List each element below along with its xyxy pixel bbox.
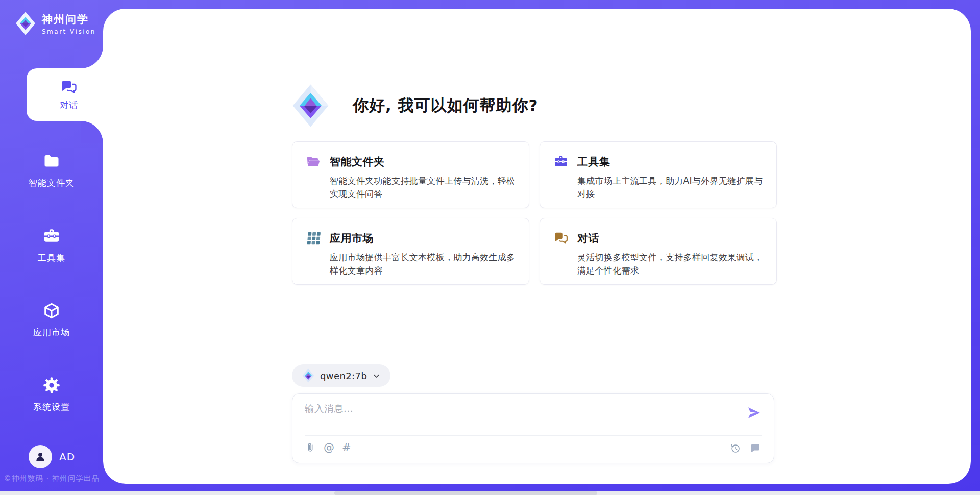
- message-composer: @ #: [292, 393, 774, 463]
- greeting: 你好, 我可以如何帮助你?: [292, 83, 538, 128]
- folder-open-icon: [306, 154, 321, 169]
- paperclip-icon: [305, 442, 316, 453]
- chat-icon: [553, 231, 569, 246]
- mention-button[interactable]: @: [324, 442, 334, 453]
- gear-icon: [42, 376, 61, 394]
- card-title: 智能文件夹: [330, 155, 385, 169]
- person-icon: [34, 450, 47, 463]
- card-description: 应用市场提供丰富长文本模板，助力高效生成多样化文章内容: [330, 251, 516, 277]
- model-name: qwen2:7b: [320, 370, 367, 381]
- app-brand[interactable]: 神州问学 Smart Vision: [15, 11, 96, 36]
- copyright-text: ©神州数码 · 神州问学出品: [0, 474, 103, 483]
- tab-fillet-bottom: [81, 121, 103, 143]
- composer-right-tools: [729, 442, 762, 454]
- card-description: 集成市场上主流工具，助力AI与外界无缝扩展与对接: [577, 175, 763, 201]
- assistant-gem-icon: [292, 83, 329, 128]
- composer-divider: [305, 435, 762, 436]
- sidebar-item-smart-folder[interactable]: 智能文件夹: [0, 152, 103, 189]
- chat-bubble-icon: [749, 442, 762, 454]
- card-toolbox[interactable]: 工具集 集成市场上主流工具，助力AI与外界无缝扩展与对接: [540, 141, 777, 208]
- sidebar-item-chat[interactable]: 对话: [27, 68, 111, 121]
- scrollbar-thumb[interactable]: [334, 491, 597, 495]
- attach-button[interactable]: [305, 442, 316, 453]
- sidebar-item-toolbox[interactable]: 工具集: [0, 227, 103, 264]
- history-button[interactable]: [729, 442, 741, 454]
- brand-name: 神州问学: [42, 12, 96, 27]
- hashtag-button[interactable]: #: [342, 442, 351, 453]
- apps-grid-icon: [306, 231, 321, 246]
- tab-fillet-top: [81, 46, 103, 68]
- card-description: 智能文件夹功能支持批量文件上传与清洗，轻松实现文件问答: [330, 175, 516, 201]
- user-account[interactable]: AD: [29, 445, 75, 468]
- sidebar-item-label: 系统设置: [0, 401, 103, 413]
- toolbox-icon: [42, 227, 61, 245]
- brand-gem-icon: [15, 11, 36, 36]
- message-input[interactable]: [305, 402, 733, 432]
- sidebar: 神州问学 Smart Vision 对话 智能文件夹 工具集: [0, 0, 103, 491]
- history-clock-icon: [729, 442, 741, 454]
- card-smart-folder[interactable]: 智能文件夹 智能文件夹功能支持批量文件上传与清洗，轻松实现文件问答: [292, 141, 529, 208]
- card-chat[interactable]: 对话 灵活切换多模型文件，支持多样回复效果调试，满足个性化需求: [540, 218, 777, 285]
- card-app-market[interactable]: 应用市场 应用市场提供丰富长文本模板，助力高效生成多样化文章内容: [292, 218, 529, 285]
- send-button[interactable]: [746, 405, 762, 420]
- sidebar-item-label: 对话: [60, 100, 78, 111]
- feature-cards: 智能文件夹 智能文件夹功能支持批量文件上传与清洗，轻松实现文件问答 工具集 集成…: [292, 141, 777, 285]
- avatar[interactable]: [29, 445, 52, 468]
- composer-left-tools: @ #: [305, 442, 351, 453]
- model-gem-icon: [302, 368, 314, 383]
- send-icon: [746, 405, 762, 420]
- card-title: 工具集: [577, 155, 610, 169]
- card-title: 对话: [577, 231, 599, 245]
- chevron-down-icon: [373, 372, 380, 380]
- sidebar-item-label: 工具集: [0, 252, 103, 264]
- sidebar-item-label: 应用市场: [0, 327, 103, 338]
- greeting-text: 你好, 我可以如何帮助你?: [353, 95, 538, 116]
- sidebar-item-settings[interactable]: 系统设置: [0, 376, 103, 413]
- sidebar-item-label: 智能文件夹: [0, 177, 103, 189]
- sidebar-item-app-market[interactable]: 应用市场: [0, 302, 103, 338]
- user-name: AD: [59, 451, 75, 463]
- model-selector[interactable]: qwen2:7b: [292, 364, 390, 387]
- card-description: 灵活切换多模型文件，支持多样回复效果调试，满足个性化需求: [577, 251, 763, 277]
- chat-mode-button[interactable]: [749, 442, 762, 454]
- toolbox-icon: [553, 154, 569, 169]
- main-panel: 你好, 我可以如何帮助你? 智能文件夹 智能文件夹功能支持批量文件上传与清洗，轻…: [103, 9, 971, 484]
- cube-icon: [42, 302, 61, 320]
- card-title: 应用市场: [330, 231, 374, 245]
- horizontal-scrollbar[interactable]: [0, 491, 980, 495]
- folder-icon: [42, 152, 61, 170]
- brand-subtitle: Smart Vision: [42, 28, 96, 35]
- chat-icon: [60, 79, 78, 96]
